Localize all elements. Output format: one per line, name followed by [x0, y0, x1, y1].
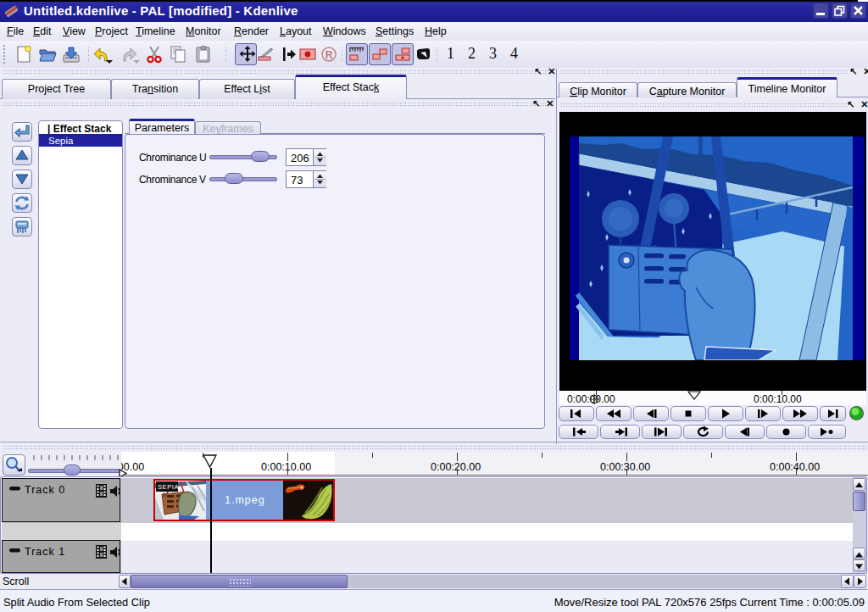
svg-text:R: R — [326, 49, 333, 61]
